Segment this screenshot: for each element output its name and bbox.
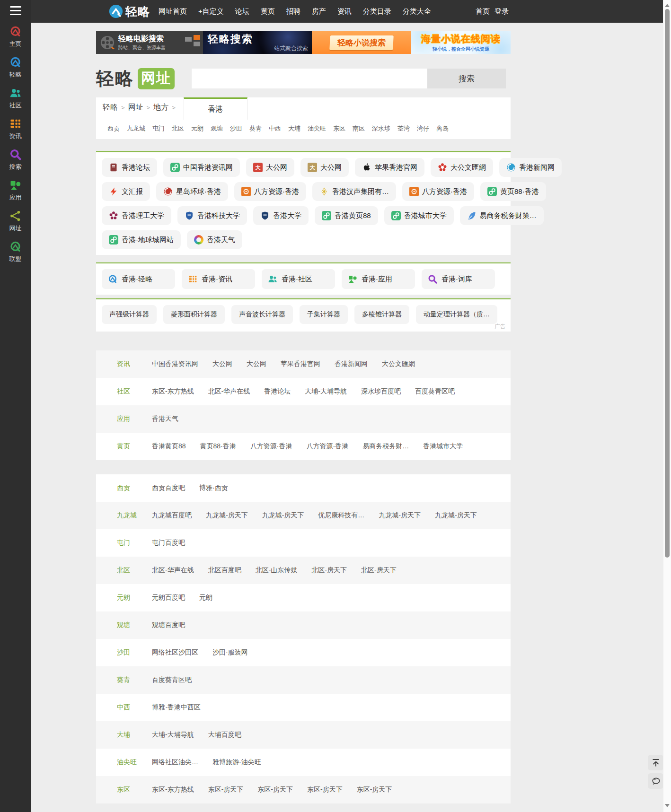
district-link-葵青[interactable]: 葵青 bbox=[249, 124, 262, 133]
site-button[interactable]: 大大公网 bbox=[246, 158, 294, 177]
banner-novel-reading[interactable]: 海量小说在线阅读 轻小说，整合全网小说资源 bbox=[411, 31, 511, 54]
site-button[interactable]: 黄页88·香港 bbox=[480, 182, 546, 201]
site-button[interactable]: 香港理工大学 bbox=[102, 206, 171, 225]
district-link-元朗[interactable]: 元朗 bbox=[191, 124, 203, 133]
row-link[interactable]: 屯门百度吧 bbox=[152, 539, 185, 547]
district-link-中西[interactable]: 中西 bbox=[269, 124, 281, 133]
shortcut-button[interactable]: 香港·资讯 bbox=[182, 269, 255, 289]
row-link[interactable]: 百度葵青区吧 bbox=[152, 676, 192, 684]
back-to-top-button[interactable] bbox=[648, 755, 663, 770]
shortcut-button[interactable]: 香港·词库 bbox=[422, 269, 495, 289]
row-link[interactable]: 大公网 bbox=[212, 360, 232, 368]
scroll-up-arrow-icon[interactable] bbox=[665, 1, 670, 7]
banner-movie-search[interactable]: 轻略电影搜索 跨站、聚合、资源丰富 bbox=[96, 31, 203, 54]
row-link[interactable]: 博雅·香港中西区 bbox=[152, 703, 201, 712]
row-label-元朗[interactable]: 元朗 bbox=[96, 594, 152, 602]
sidebar-item-网址[interactable]: 网址 bbox=[9, 210, 22, 233]
search-input[interactable] bbox=[192, 69, 427, 88]
site-button[interactable]: 大公文匯網 bbox=[431, 158, 493, 177]
district-link-观塘[interactable]: 观塘 bbox=[211, 124, 223, 133]
row-link[interactable]: 北区-华声在线 bbox=[208, 387, 250, 396]
row-link[interactable]: 九龙城-房天下 bbox=[435, 511, 477, 520]
tab-hongkong[interactable]: 香港 bbox=[184, 97, 247, 120]
site-button[interactable]: 易商务税务财策… bbox=[460, 206, 544, 225]
breadcrumb-link[interactable]: 轻略 bbox=[103, 103, 118, 113]
district-link-沙田[interactable]: 沙田 bbox=[230, 124, 242, 133]
row-label-九龙城[interactable]: 九龙城 bbox=[96, 511, 152, 520]
sidebar-item-联盟[interactable]: 联盟 bbox=[9, 241, 22, 263]
row-link[interactable]: 元朗 bbox=[199, 594, 212, 602]
row-link[interactable]: 中国香港资讯网 bbox=[152, 360, 198, 368]
nav-item[interactable]: 黄页 bbox=[261, 7, 275, 16]
row-link[interactable]: 九龙城-房天下 bbox=[262, 511, 304, 520]
scrollbar[interactable] bbox=[663, 0, 671, 812]
row-link[interactable]: 大公网 bbox=[247, 360, 266, 368]
row-link[interactable]: 九龙城百度吧 bbox=[152, 511, 192, 520]
district-link-深水埗[interactable]: 深水埗 bbox=[372, 124, 390, 133]
row-label-北区[interactable]: 北区 bbox=[96, 566, 152, 575]
row-link[interactable]: 东区-房天下 bbox=[307, 786, 343, 794]
shortcut-button[interactable]: 香港·社区 bbox=[262, 269, 335, 289]
row-link[interactable]: 网络社区沙田区 bbox=[152, 648, 198, 657]
row-label-中西[interactable]: 中西 bbox=[96, 703, 152, 712]
row-link[interactable]: 八方资源·香港 bbox=[250, 442, 292, 451]
nav-item[interactable]: 分类目录 bbox=[363, 7, 391, 16]
row-link[interactable]: 博雅·西贡 bbox=[199, 484, 228, 492]
district-link-九龙城[interactable]: 九龙城 bbox=[127, 124, 145, 133]
nav-item[interactable]: 资讯 bbox=[337, 7, 352, 16]
row-link[interactable]: 易商务税务财… bbox=[362, 442, 409, 451]
banner-novel-search[interactable]: 轻略小说搜索 bbox=[312, 31, 411, 54]
site-button[interactable]: 香港天气 bbox=[187, 230, 242, 249]
calculator-link[interactable]: 多棱锥计算器 bbox=[354, 305, 409, 324]
row-label-东区[interactable]: 东区 bbox=[96, 786, 152, 794]
row-link[interactable]: 东区-房天下 bbox=[257, 786, 293, 794]
sidebar-item-轻略[interactable]: 轻略 bbox=[9, 56, 22, 79]
row-label-屯门[interactable]: 屯门 bbox=[96, 539, 152, 547]
row-label-大埔[interactable]: 大埔 bbox=[96, 731, 152, 739]
sidebar-item-主页[interactable]: 主页 bbox=[9, 26, 22, 48]
calculator-link[interactable]: 声音波长计算器 bbox=[231, 305, 293, 324]
shortcut-button[interactable]: 香港·应用 bbox=[342, 269, 415, 289]
row-label-观塘[interactable]: 观塘 bbox=[96, 621, 152, 629]
row-label-西贡[interactable]: 西贡 bbox=[96, 484, 152, 492]
brand-logo[interactable]: 轻略 bbox=[109, 4, 150, 19]
site-button[interactable]: 苹果香港官网 bbox=[355, 158, 424, 177]
row-link[interactable]: 沙田·服装网 bbox=[212, 648, 248, 657]
row-link[interactable]: 八方资源·香港 bbox=[306, 442, 348, 451]
row-link[interactable]: 大埔百度吧 bbox=[208, 731, 241, 739]
row-link[interactable]: 北区-房天下 bbox=[311, 566, 347, 575]
row-link[interactable]: 雅博旅游·油尖旺 bbox=[212, 758, 261, 767]
row-link[interactable]: 香港城市大学 bbox=[423, 442, 463, 451]
scrollbar-thumb[interactable] bbox=[665, 9, 670, 558]
row-link[interactable]: 九龙城-房天下 bbox=[379, 511, 421, 520]
row-link[interactable]: 苹果香港官网 bbox=[281, 360, 320, 368]
row-link[interactable]: 大公文匯網 bbox=[382, 360, 415, 368]
row-link[interactable]: 东区-房天下 bbox=[208, 786, 244, 794]
site-button[interactable]: 香港科技大学 bbox=[177, 206, 247, 225]
row-link[interactable]: 香港论坛 bbox=[264, 387, 291, 396]
row-label-油尖旺[interactable]: 油尖旺 bbox=[96, 758, 152, 767]
nav-item[interactable]: 招聘 bbox=[286, 7, 300, 16]
search-button[interactable]: 搜索 bbox=[427, 69, 506, 88]
row-link[interactable]: 黄页88·香港 bbox=[200, 442, 236, 451]
row-link[interactable]: 北区-华声在线 bbox=[152, 566, 194, 575]
row-link[interactable]: 大埔-大埔导航 bbox=[152, 731, 194, 739]
row-label-沙田[interactable]: 沙田 bbox=[96, 648, 152, 657]
district-link-油尖旺[interactable]: 油尖旺 bbox=[308, 124, 326, 133]
menu-icon[interactable] bbox=[10, 6, 21, 15]
nav-item[interactable]: 分类大全 bbox=[403, 7, 431, 16]
row-link[interactable]: 西贡百度吧 bbox=[152, 484, 185, 492]
row-link[interactable]: 东区-房天下 bbox=[357, 786, 392, 794]
calculator-link[interactable]: 声强级计算器 bbox=[102, 305, 157, 324]
site-button[interactable]: 香港论坛 bbox=[102, 158, 157, 177]
site-button[interactable]: 文汇报 bbox=[102, 182, 150, 201]
site-button[interactable]: 中国香港资讯网 bbox=[163, 158, 240, 177]
shortcut-button[interactable]: 香港·轻略 bbox=[102, 269, 175, 289]
district-link-东区[interactable]: 东区 bbox=[333, 124, 345, 133]
row-link[interactable]: 东区-东方热线 bbox=[152, 786, 194, 794]
row-link[interactable]: 香港天气 bbox=[152, 415, 178, 423]
site-button[interactable]: 大大公网 bbox=[300, 158, 349, 177]
sidebar-item-应用[interactable]: 应用 bbox=[9, 179, 22, 202]
calculator-link[interactable]: 菱形面积计算器 bbox=[163, 305, 225, 324]
row-link[interactable]: 九龙城-房天下 bbox=[206, 511, 248, 520]
